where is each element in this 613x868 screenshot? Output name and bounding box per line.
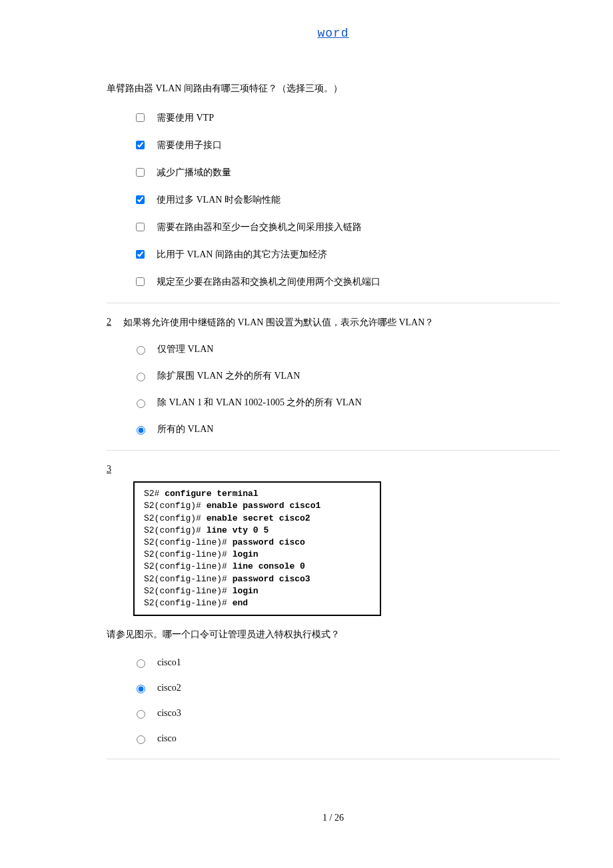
code-cmd-5: login — [233, 549, 259, 559]
q3-options: cisco1cisco2cisco3cisco — [107, 657, 560, 744]
q2-text: 如果将允许使用中继链路的 VLAN 围设置为默认值，表示允许哪些 VLAN？ — [123, 317, 434, 329]
question-1: 单臂路由器 VLAN 间路由有哪三项特征？（选择三项。） 需要使用 VTP需要使… — [107, 80, 560, 288]
code-cmd-0: configure terminal — [165, 489, 258, 499]
q1-checkbox-3[interactable] — [136, 195, 145, 204]
divider-3 — [107, 759, 560, 759]
code-prompt-1: S2(config)# — [144, 501, 207, 511]
code-line-4: S2(config-line)# password cisco — [144, 537, 370, 549]
q1-option-5: 比用于 VLAN 间路由的其它方法更加经济 — [107, 248, 560, 261]
q2-radio-3[interactable] — [137, 426, 145, 435]
code-line-1: S2(config)# enable password cisco1 — [144, 500, 370, 512]
q3-code-box: S2# configure terminalS2(config)# enable… — [133, 481, 381, 616]
q2-option-1: 除扩展围 VLAN 之外的所有 VLAN — [107, 370, 560, 382]
q3-option-1: cisco2 — [107, 683, 560, 693]
code-cmd-3: line vty 0 5 — [207, 525, 269, 535]
q3-option-label-2: cisco3 — [157, 708, 181, 719]
code-line-7: S2(config-line)# password cisco3 — [144, 573, 370, 585]
code-cmd-4: password cisco — [233, 537, 305, 547]
q1-option-label-2: 减少广播域的数量 — [157, 167, 231, 179]
q1-option-0: 需要使用 VTP — [107, 111, 560, 124]
code-line-2: S2(config)# enable secret cisco2 — [144, 513, 370, 525]
code-prompt-0: S2# — [144, 489, 165, 499]
q2-option-label-3: 所有的 VLAN — [157, 423, 213, 435]
q3-text: 请参见图示。哪一个口令可让管理员进入特权执行模式？ — [107, 626, 560, 643]
code-line-0: S2# configure terminal — [144, 488, 370, 500]
q1-checkbox-6[interactable] — [136, 277, 145, 286]
q2-option-3: 所有的 VLAN — [107, 423, 560, 435]
q2-radio-0[interactable] — [137, 346, 145, 355]
code-prompt-5: S2(config-line)# — [144, 549, 233, 559]
q3-option-2: cisco3 — [107, 708, 560, 719]
q2-option-label-2: 除 VLAN 1 和 VLAN 1002-1005 之外的所有 VLAN — [157, 397, 362, 409]
q3-option-3: cisco — [107, 733, 560, 744]
q1-option-2: 减少广播域的数量 — [107, 166, 560, 179]
q3-option-0: cisco1 — [107, 657, 560, 668]
q1-option-4: 需要在路由器和至少一台交换机之间采用接入链路 — [107, 221, 560, 233]
header: word — [107, 27, 560, 40]
q2-number: 2 — [107, 317, 111, 327]
code-prompt-3: S2(config)# — [144, 525, 207, 535]
q2-radio-1[interactable] — [137, 373, 145, 381]
code-prompt-4: S2(config-line)# — [144, 537, 233, 547]
q1-option-label-6: 规定至少要在路由器和交换机之间使用两个交换机端口 — [157, 276, 380, 288]
code-prompt-8: S2(config-line)# — [144, 586, 233, 596]
q1-option-1: 需要使用子接口 — [107, 139, 560, 151]
header-link[interactable]: word — [317, 27, 348, 40]
q2-option-label-0: 仅管理 VLAN — [157, 343, 213, 355]
q1-text: 单臂路由器 VLAN 间路由有哪三项特征？（选择三项。） — [107, 80, 560, 97]
code-line-5: S2(config-line)# login — [144, 549, 370, 561]
q3-option-label-1: cisco2 — [157, 683, 181, 693]
q1-checkbox-2[interactable] — [136, 168, 145, 177]
code-line-8: S2(config-line)# login — [144, 585, 370, 597]
q2-option-2: 除 VLAN 1 和 VLAN 1002-1005 之外的所有 VLAN — [107, 397, 560, 409]
q3-radio-3[interactable] — [137, 735, 145, 744]
q1-checkbox-0[interactable] — [136, 113, 145, 122]
q2-options: 仅管理 VLAN除扩展围 VLAN 之外的所有 VLAN除 VLAN 1 和 V… — [107, 343, 560, 435]
q1-checkbox-5[interactable] — [136, 250, 145, 259]
code-cmd-6: line console 0 — [233, 561, 305, 571]
question-3: 3 S2# configure terminalS2(config)# enab… — [107, 464, 560, 744]
q3-option-label-0: cisco1 — [157, 657, 181, 668]
code-line-6: S2(config-line)# line console 0 — [144, 561, 370, 573]
q3-option-label-3: cisco — [157, 733, 177, 744]
code-prompt-9: S2(config-line)# — [144, 598, 233, 608]
divider-1 — [107, 303, 560, 303]
code-cmd-1: enable password cisco1 — [207, 501, 321, 511]
code-prompt-6: S2(config-line)# — [144, 561, 233, 571]
page-footer: 1 / 26 — [107, 813, 560, 823]
question-2: 2 如果将允许使用中继链路的 VLAN 围设置为默认值，表示允许哪些 VLAN？… — [107, 317, 560, 435]
q1-checkbox-1[interactable] — [136, 141, 145, 149]
q3-radio-1[interactable] — [137, 685, 145, 693]
q1-option-3: 使用过多 VLAN 时会影响性能 — [107, 193, 560, 206]
q1-option-label-1: 需要使用子接口 — [157, 139, 222, 151]
q2-option-0: 仅管理 VLAN — [107, 343, 560, 355]
q3-radio-2[interactable] — [137, 710, 145, 719]
q1-option-label-5: 比用于 VLAN 间路由的其它方法更加经济 — [157, 249, 327, 261]
q1-option-label-4: 需要在路由器和至少一台交换机之间采用接入链路 — [157, 221, 362, 233]
q1-option-6: 规定至少要在路由器和交换机之间使用两个交换机端口 — [107, 275, 560, 288]
q1-option-label-0: 需要使用 VTP — [157, 112, 214, 124]
q1-options: 需要使用 VTP需要使用子接口减少广播域的数量使用过多 VLAN 时会影响性能需… — [107, 111, 560, 288]
code-prompt-7: S2(config-line)# — [144, 574, 233, 584]
code-line-3: S2(config)# line vty 0 5 — [144, 525, 370, 537]
code-cmd-7: password cisco3 — [233, 574, 310, 584]
q1-option-label-3: 使用过多 VLAN 时会影响性能 — [157, 194, 281, 206]
code-cmd-9: end — [233, 598, 248, 608]
q2-radio-2[interactable] — [137, 399, 145, 408]
code-line-9: S2(config-line)# end — [144, 597, 370, 609]
q3-number: 3 — [107, 464, 111, 475]
code-cmd-8: login — [233, 586, 259, 596]
q3-radio-0[interactable] — [137, 659, 145, 668]
divider-2 — [107, 450, 560, 451]
q1-checkbox-4[interactable] — [136, 223, 145, 231]
code-cmd-2: enable secret cisco2 — [207, 513, 310, 523]
code-prompt-2: S2(config)# — [144, 513, 207, 523]
q2-option-label-1: 除扩展围 VLAN 之外的所有 VLAN — [157, 370, 300, 382]
